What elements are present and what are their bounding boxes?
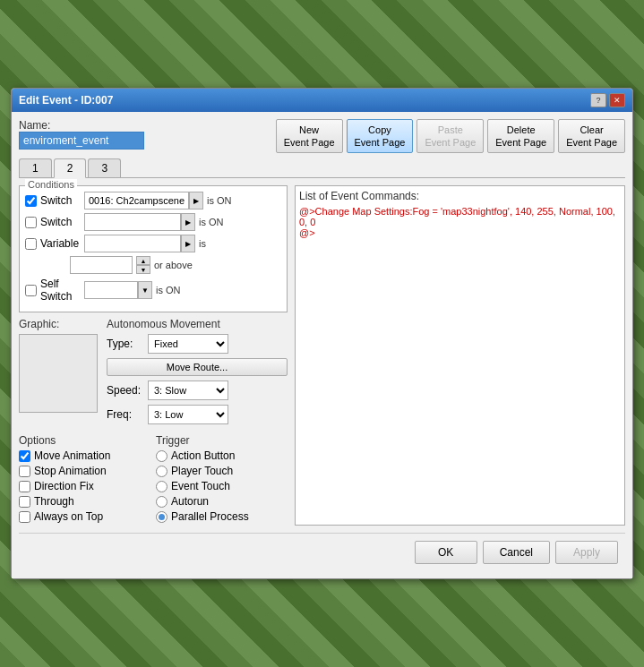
always-on-top-checkbox[interactable] xyxy=(19,511,30,523)
through-checkbox[interactable] xyxy=(19,496,30,508)
speed-select[interactable]: 3: Slow 1: x8 Slower 2: x4 Slower 4: Nor… xyxy=(148,381,228,400)
switch2-label: Switch xyxy=(40,216,81,228)
name-input[interactable] xyxy=(19,132,144,150)
name-section: Name: xyxy=(19,119,144,150)
options-title: Options xyxy=(19,434,149,447)
self-switch-row: SelfSwitch ▼ is ON xyxy=(25,278,281,303)
tab-3[interactable]: 3 xyxy=(88,158,121,177)
option-through: Through xyxy=(19,495,149,508)
spin-down[interactable]: ▼ xyxy=(136,265,150,274)
trigger-autorun-label: Autorun xyxy=(171,495,209,508)
right-panel-title: List of Event Commands: xyxy=(299,190,621,202)
close-button[interactable]: ✕ xyxy=(609,93,625,107)
trigger-event-touch[interactable]: Event Touch xyxy=(156,480,288,492)
clear-event-page-button[interactable]: ClearEvent Page xyxy=(558,119,625,154)
options-trigger-row: Options Move Animation Stop Animation Di… xyxy=(19,434,288,526)
trigger-parallel-process[interactable]: Parallel Process xyxy=(156,510,288,523)
stop-animation-checkbox[interactable] xyxy=(19,466,30,477)
self-switch-arrow[interactable]: ▼ xyxy=(138,281,152,299)
self-switch-select[interactable] xyxy=(84,281,138,299)
help-button[interactable]: ? xyxy=(590,93,606,107)
ok-button[interactable]: OK xyxy=(415,541,477,564)
switch1-select-group: 0016: Ch2campscene ▶ xyxy=(84,192,203,210)
switch2-select-group: ▶ xyxy=(84,213,195,231)
window-title: Edit Event - ID:007 xyxy=(19,94,113,107)
tab-1[interactable]: 1 xyxy=(19,158,52,177)
graphic-movement-row: Graphic: Autonomous Movement Type: Fixed… xyxy=(19,318,288,429)
conditions-title: Conditions xyxy=(25,179,77,190)
main-area: Conditions Switch 0016: Ch2campscene ▶ i… xyxy=(19,185,625,526)
delete-event-page-button[interactable]: DeleteEvent Page xyxy=(487,119,554,154)
speed-row: Speed: 3: Slow 1: x8 Slower 2: x4 Slower… xyxy=(107,381,288,400)
trigger-parallel-process-label: Parallel Process xyxy=(171,510,249,523)
switch2-arrow[interactable]: ▶ xyxy=(181,213,195,231)
switch1-checkbox[interactable] xyxy=(25,195,37,207)
self-switch-label: SelfSwitch xyxy=(40,278,81,303)
tab-2[interactable]: 2 xyxy=(54,158,87,178)
event-command-1[interactable]: @>Change Map Settings:Fog = 'map33nightf… xyxy=(299,206,621,227)
paste-event-page-button[interactable]: PasteEvent Page xyxy=(416,119,484,154)
radio-autorun[interactable] xyxy=(156,496,167,508)
toolbar: NewEvent Page CopyEvent Page PasteEvent … xyxy=(276,119,625,154)
title-buttons: ? ✕ xyxy=(590,93,625,107)
footer: OK Cancel Apply xyxy=(19,533,625,571)
edit-event-window: Edit Event - ID:007 ? ✕ Name: NewEvent P… xyxy=(11,88,633,580)
move-animation-label: Move Animation xyxy=(34,449,110,462)
trigger-box: Trigger Action Button Player Touch xyxy=(156,434,288,526)
title-bar: Edit Event - ID:007 ? ✕ xyxy=(12,89,632,112)
variable-select[interactable] xyxy=(84,235,181,252)
switch1-label: Switch xyxy=(40,194,81,207)
radio-player-touch[interactable] xyxy=(156,466,167,477)
switch2-checkbox[interactable] xyxy=(25,217,37,228)
event-command-2-text: @> xyxy=(299,227,315,238)
apply-button[interactable]: Apply xyxy=(555,541,618,564)
switch2-row: Switch ▶ is ON xyxy=(25,213,281,231)
name-label: Name: xyxy=(19,119,144,132)
self-switch-checkbox[interactable] xyxy=(25,285,37,296)
radio-action-button[interactable] xyxy=(156,450,167,462)
event-command-2[interactable]: @> xyxy=(299,227,621,238)
graphic-box[interactable] xyxy=(19,334,98,413)
option-direction-fix: Direction Fix xyxy=(19,480,149,492)
new-event-page-button[interactable]: NewEvent Page xyxy=(276,119,343,154)
type-select[interactable]: Fixed Random Approach Custom xyxy=(148,334,228,354)
freq-select[interactable]: 3: Low 1: Lowest 2: Lower 4: Normal 5: H… xyxy=(148,405,228,424)
direction-fix-checkbox[interactable] xyxy=(19,481,30,492)
move-route-button[interactable]: Move Route... xyxy=(107,358,288,376)
graphic-area: Graphic: xyxy=(19,318,99,429)
name-toolbar-row: Name: NewEvent Page CopyEvent Page Paste… xyxy=(19,119,625,154)
or-above-row: ▲ ▼ or above xyxy=(70,256,281,274)
variable-status: is xyxy=(199,238,206,249)
option-stop-animation: Stop Animation xyxy=(19,465,149,477)
event-command-1-text: @>Change Map Settings:Fog = 'map33nightf… xyxy=(299,206,615,227)
trigger-action-button[interactable]: Action Button xyxy=(156,449,288,462)
window-body: Name: NewEvent Page CopyEvent Page Paste… xyxy=(12,112,632,579)
move-animation-checkbox[interactable] xyxy=(19,450,30,462)
freq-row: Freq: 3: Low 1: Lowest 2: Lower 4: Norma… xyxy=(107,405,288,424)
trigger-player-touch-label: Player Touch xyxy=(171,465,233,477)
switch1-status: is ON xyxy=(207,195,232,206)
variable-arrow[interactable]: ▶ xyxy=(181,235,195,252)
right-panel: List of Event Commands: @>Change Map Set… xyxy=(295,185,625,526)
trigger-autorun[interactable]: Autorun xyxy=(156,495,288,508)
variable-checkbox[interactable] xyxy=(25,238,37,250)
trigger-player-touch[interactable]: Player Touch xyxy=(156,465,288,477)
spin-buttons: ▲ ▼ xyxy=(136,256,150,274)
option-always-on-top: Always on Top xyxy=(19,510,149,523)
conditions-section: Conditions Switch 0016: Ch2campscene ▶ i… xyxy=(19,185,288,312)
switch1-arrow[interactable]: ▶ xyxy=(189,192,203,210)
variable-select-group: ▶ xyxy=(84,235,195,252)
type-label: Type: xyxy=(107,338,144,350)
spin-up[interactable]: ▲ xyxy=(136,256,150,265)
switch1-select[interactable]: 0016: Ch2campscene xyxy=(84,192,189,210)
always-on-top-label: Always on Top xyxy=(34,510,103,523)
trigger-event-touch-label: Event Touch xyxy=(171,480,230,492)
radio-parallel-process[interactable] xyxy=(156,511,167,523)
variable-number[interactable] xyxy=(70,256,133,274)
switch2-select[interactable] xyxy=(84,213,181,231)
radio-event-touch[interactable] xyxy=(156,481,167,492)
graphic-label: Graphic: xyxy=(19,318,99,330)
cancel-button[interactable]: Cancel xyxy=(483,541,550,564)
copy-event-page-button[interactable]: CopyEvent Page xyxy=(347,119,414,154)
type-row: Type: Fixed Random Approach Custom xyxy=(107,334,288,354)
